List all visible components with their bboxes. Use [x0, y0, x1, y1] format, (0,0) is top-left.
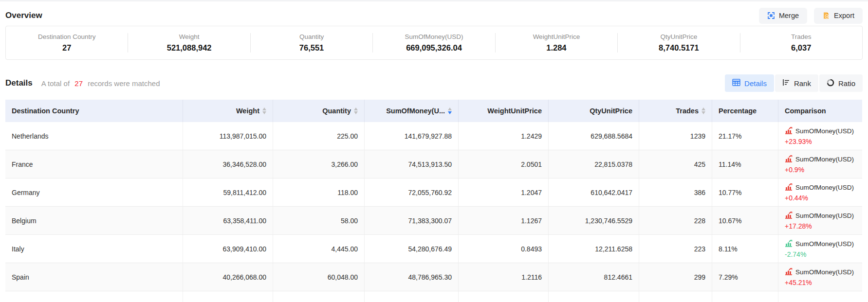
cell-weight_unit_price: 1.2429 [459, 122, 549, 150]
sort-caret-up-icon [354, 107, 358, 110]
stat-value: 521,088,942 [167, 43, 212, 53]
comparison-metric: SumOfMoney(USD) [785, 127, 854, 136]
cell-quantity: 4,445.00 [273, 235, 365, 263]
overview-header-bar: Overview Merge [5, 1, 863, 24]
stat-value: 6,037 [791, 43, 811, 53]
merge-icon [767, 12, 775, 19]
stat-label: Trades [791, 33, 812, 40]
comparison-metric-label: SumOfMoney(USD) [795, 240, 854, 248]
table-row: Germany59,811,412.00118.0072,055,760.921… [5, 178, 862, 207]
comparison-metric-label: SumOfMoney(USD) [795, 212, 854, 219]
cell-qty_unit_price: 1,230,746.5529 [549, 207, 639, 234]
bar-chart-down-icon [785, 240, 793, 249]
stat-value: 76,551 [299, 43, 324, 53]
rank-bars-icon [782, 79, 790, 88]
comparison-metric: SumOfMoney(USD) [785, 268, 854, 277]
summary-suffix: records were matched [88, 79, 160, 88]
bar-chart-up-icon [785, 268, 793, 277]
cell-trades: 1239 [639, 122, 712, 150]
column-header-label: Weight [236, 107, 259, 115]
cell-percentage: 10.77% [712, 178, 778, 206]
column-header-label: Quantity [322, 107, 351, 115]
view-button-details[interactable]: Details [725, 74, 774, 92]
comparison-metric: SumOfMoney(USD) [785, 183, 854, 192]
cell-sum_of_money: 48,786,965.30 [365, 263, 459, 291]
comparison-cell: SumOfMoney(USD)-2.74% [785, 240, 854, 258]
trade-analytics-page: Overview Merge [0, 0, 868, 302]
overview-stat-weightunitprice: WeightUnitPrice1.284 [496, 33, 617, 53]
cell-percentage: 21.17% [712, 122, 778, 150]
cell-comparison: SumOfMoney(USD)+23.93% [778, 122, 862, 150]
stat-label: WeightUnitPrice [533, 33, 580, 40]
cell-empty [549, 291, 639, 302]
cell-country: Netherlands [5, 122, 183, 150]
cell-weight: 63,909,410.00 [183, 235, 273, 263]
cell-weight: 63,358,411.00 [183, 207, 273, 234]
column-header-weight_unit_price: WeightUnitPrice [459, 100, 549, 122]
comparison-change-value: +23.93% [785, 138, 854, 145]
details-table: Destination CountryWeightQuantitySumOfMo… [5, 100, 862, 302]
cell-trades: 228 [639, 207, 712, 234]
sort-carets-icon[interactable] [448, 107, 452, 114]
sort-caret-up-icon [702, 107, 705, 110]
merge-button-label: Merge [779, 12, 799, 19]
view-button-rank[interactable]: Rank [775, 74, 818, 92]
cell-sum_of_money: 141,679,927.88 [365, 122, 459, 150]
overview-stat-trades: Trades6,037 [740, 33, 862, 53]
cell-weight: 40,266,068.00 [183, 263, 273, 291]
table-header-row: Destination CountryWeightQuantitySumOfMo… [5, 100, 862, 122]
comparison-change-value: +0.9% [785, 166, 854, 174]
cell-percentage: 8.11% [712, 235, 778, 263]
cell-sum_of_money: 54,280,676.49 [365, 235, 459, 263]
sort-carets-icon[interactable] [354, 107, 358, 114]
table-grid-icon [732, 79, 740, 88]
cell-weight: 113,987,015.00 [183, 122, 273, 150]
cell-trades: 299 [639, 263, 712, 291]
comparison-metric: SumOfMoney(USD) [785, 155, 854, 164]
details-header-bar: Details A total of 27 records were match… [5, 74, 863, 92]
column-header-percentage: Percentage [712, 100, 778, 122]
merge-button[interactable]: Merge [759, 8, 807, 24]
column-header-sum_of_money[interactable]: SumOfMoney(U... [365, 100, 459, 122]
comparison-change-value: +0.44% [785, 194, 854, 202]
sort-caret-up-icon [448, 107, 452, 110]
column-header-weight[interactable]: Weight [183, 100, 273, 122]
column-header-label: SumOfMoney(U... [386, 107, 445, 115]
view-button-ratio[interactable]: Ratio [819, 74, 863, 92]
column-header-label: Destination Country [12, 107, 79, 115]
matched-count: 27 [74, 79, 83, 88]
cell-weight_unit_price: 2.0501 [459, 150, 549, 178]
sort-carets-icon[interactable] [262, 107, 266, 114]
column-header-quantity[interactable]: Quantity [273, 100, 365, 122]
cell-trades: 425 [639, 150, 712, 178]
comparison-cell: SumOfMoney(USD)+17.28% [785, 212, 854, 230]
bar-chart-up-icon [785, 183, 793, 192]
sort-caret-down-icon [354, 111, 358, 114]
cell-trades: 386 [639, 178, 712, 206]
export-button[interactable]: Export [814, 8, 863, 24]
column-header-trades[interactable]: Trades [639, 100, 712, 122]
page-title: Overview [5, 11, 42, 20]
cell-quantity: 118.00 [273, 178, 365, 206]
stat-value: 669,095,326.04 [406, 43, 462, 53]
stat-value: 27 [62, 43, 71, 53]
comparison-cell: SumOfMoney(USD)+0.44% [785, 183, 854, 202]
cell-country: France [5, 150, 183, 178]
cell-empty [778, 291, 862, 302]
cell-percentage: 11.14% [712, 150, 778, 178]
sort-carets-icon[interactable] [702, 107, 705, 114]
cell-percentage: 10.67% [712, 207, 778, 234]
cell-weight: 36,346,528.00 [183, 150, 273, 178]
cell-quantity: 58.00 [273, 207, 365, 234]
cell-empty [712, 291, 778, 302]
comparison-cell: SumOfMoney(USD)+23.93% [785, 127, 854, 145]
view-button-label: Details [744, 79, 767, 88]
overview-stat-weight: Weight521,088,942 [128, 33, 250, 53]
overview-stat-destination-country: Destination Country27 [6, 33, 128, 53]
view-button-label: Ratio [838, 79, 855, 88]
column-header-label: QtyUnitPrice [590, 107, 632, 115]
cell-empty [639, 291, 712, 302]
cell-sum_of_money: 74,513,913.50 [365, 150, 459, 178]
cell-empty [273, 291, 365, 302]
comparison-metric-label: SumOfMoney(USD) [795, 127, 854, 135]
